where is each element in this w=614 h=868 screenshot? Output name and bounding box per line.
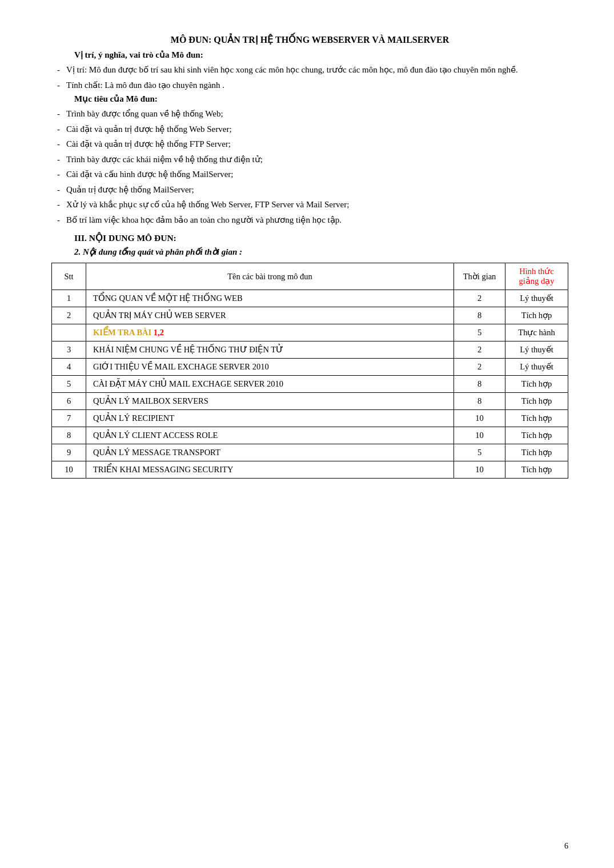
muc-tieu-item-2: Cài đặt và quản trị được hệ thống Web Se… <box>57 123 568 136</box>
page-title: MÔ ĐUN: QUẢN TRỊ HỆ THỐNG WEBSERVER VÀ M… <box>51 34 568 45</box>
col-stt: Stt <box>52 263 86 290</box>
muc-tieu-item-6: Quản trị được hệ thống MailServer; <box>57 183 568 196</box>
cell-ten: QUẢN LÝ MAILBOX SERVERS <box>86 393 454 410</box>
cell-hinhthuc: Tích hợp <box>505 376 568 393</box>
cell-stt: 4 <box>52 359 86 376</box>
cell-thoigian: 2 <box>454 341 505 359</box>
cell-stt: 7 <box>52 410 86 427</box>
cell-hinhthuc: Tích hợp <box>505 307 568 324</box>
course-table: Stt Tên các bài trong mô đun Thời gian H… <box>51 263 568 479</box>
col-ten: Tên các bài trong mô đun <box>86 263 454 290</box>
cell-stt <box>52 324 86 341</box>
content-section-label: 2. Nội dung tổng quát và phân phối thời … <box>74 247 568 257</box>
cell-stt: 2 <box>52 307 86 324</box>
cell-hinhthuc: Thực hành <box>505 324 568 341</box>
cell-stt: 9 <box>52 444 86 461</box>
cell-ten: QUẢN LÝ MESSAGE TRANSPORT <box>86 444 454 461</box>
cell-ten: GIỚI THIỆU VỀ MAIL EXCHAGE SERVER 2010 <box>86 359 454 376</box>
cell-thoigian: 8 <box>454 376 505 393</box>
cell-ten: TRIỂN KHAI MESSAGING SECURITY <box>86 461 454 479</box>
vi-tri-item-2: Tính chất: Là mô đun đào tạo chuyên ngàn… <box>57 79 568 92</box>
cell-stt: 3 <box>52 341 86 359</box>
muc-tieu-item-8: Bố trí làm việc khoa học đảm bảo an toàn… <box>57 214 568 227</box>
cell-hinhthuc: Tích hợp <box>505 393 568 410</box>
cell-hinhthuc: Tích hợp <box>505 427 568 444</box>
table-row: 2QUẢN TRỊ MÁY CHỦ WEB SERVER8Tích hợp <box>52 307 568 324</box>
muc-tieu-item-1: Trình bày được tổng quan về hệ thống Web… <box>57 107 568 120</box>
cell-ten: KIỂM TRA BÀI 1,2 <box>86 324 454 341</box>
vi-tri-list: Vị trí: Mô đun được bố trí sau khi sinh … <box>57 63 568 91</box>
table-row: 3KHÁI NIỆM CHUNG VỀ HỆ THỐNG THƯ ĐIỆN TỬ… <box>52 341 568 359</box>
page-number: 6 <box>564 842 568 851</box>
muc-tieu-list: Trình bày được tổng quan về hệ thống Web… <box>57 107 568 226</box>
muc-tieu-item-3: Cài đặt và quản trị được hệ thống FTP Se… <box>57 138 568 151</box>
cell-ten: QUẢN LÝ CLIENT ACCESS ROLE <box>86 427 454 444</box>
table-row: 8QUẢN LÝ CLIENT ACCESS ROLE10Tích hợp <box>52 427 568 444</box>
vi-tri-item-1: Vị trí: Mô đun được bố trí sau khi sinh … <box>57 63 568 77</box>
cell-thoigian: 10 <box>454 427 505 444</box>
muc-tieu-item-4: Trình bày được các khái niệm về hệ thống… <box>57 153 568 166</box>
cell-thoigian: 5 <box>454 444 505 461</box>
table-header-row: Stt Tên các bài trong mô đun Thời gian H… <box>52 263 568 290</box>
table-row: 7QUẢN LÝ RECIPIENT10Tích hợp <box>52 410 568 427</box>
table-body: 1TỔNG QUAN VỀ MỘT HỆ THỐNG WEB2Lý thuyết… <box>52 290 568 479</box>
cell-thoigian: 8 <box>454 307 505 324</box>
cell-thoigian: 5 <box>454 324 505 341</box>
cell-stt: 10 <box>52 461 86 479</box>
muc-tieu-title: Mục tiêu của Mô đun: <box>74 94 568 104</box>
cell-stt: 6 <box>52 393 86 410</box>
cell-hinhthuc: Tích hợp <box>505 461 568 479</box>
cell-thoigian: 8 <box>454 393 505 410</box>
table-row: 4GIỚI THIỆU VỀ MAIL EXCHAGE SERVER 20102… <box>52 359 568 376</box>
cell-ten: TỔNG QUAN VỀ MỘT HỆ THỐNG WEB <box>86 290 454 307</box>
muc-tieu-item-7: Xử lý và khắc phục sự cố của hệ thống We… <box>57 198 568 211</box>
cell-hinhthuc: Lý thuyết <box>505 359 568 376</box>
cell-hinhthuc: Lý thuyết <box>505 290 568 307</box>
table-row: 5CÀI ĐẶT MÁY CHỦ MAIL EXCHAGE SERVER 201… <box>52 376 568 393</box>
cell-ten: CÀI ĐẶT MÁY CHỦ MAIL EXCHAGE SERVER 2010 <box>86 376 454 393</box>
cell-ten: KHÁI NIỆM CHUNG VỀ HỆ THỐNG THƯ ĐIỆN TỬ <box>86 341 454 359</box>
cell-thoigian: 2 <box>454 290 505 307</box>
cell-hinhthuc: Tích hợp <box>505 444 568 461</box>
cell-stt: 8 <box>52 427 86 444</box>
cell-thoigian: 10 <box>454 461 505 479</box>
cell-thoigian: 10 <box>454 410 505 427</box>
vi-tri-title: Vị trí, ý nghĩa, vai trò của Mô đun: <box>74 50 568 60</box>
cell-thoigian: 2 <box>454 359 505 376</box>
table-row: 6QUẢN LÝ MAILBOX SERVERS8Tích hợp <box>52 393 568 410</box>
cell-hinhthuc: Lý thuyết <box>505 341 568 359</box>
col-hinhthuc: Hình thức giảng dạy <box>505 263 568 290</box>
col-thoigian: Thời gian <box>454 263 505 290</box>
cell-ten: QUẢN LÝ RECIPIENT <box>86 410 454 427</box>
cell-hinhthuc: Tích hợp <box>505 410 568 427</box>
table-row: 9QUẢN LÝ MESSAGE TRANSPORT5Tích hợp <box>52 444 568 461</box>
table-row: 1TỔNG QUAN VỀ MỘT HỆ THỐNG WEB2Lý thuyết <box>52 290 568 307</box>
cell-stt: 5 <box>52 376 86 393</box>
cell-ten: QUẢN TRỊ MÁY CHỦ WEB SERVER <box>86 307 454 324</box>
table-row: 10TRIỂN KHAI MESSAGING SECURITY10Tích hợ… <box>52 461 568 479</box>
table-row: KIỂM TRA BÀI 1,25Thực hành <box>52 324 568 341</box>
cell-stt: 1 <box>52 290 86 307</box>
noi-dung-title: III. NỘI DUNG MÔ ĐUN: <box>74 233 568 243</box>
muc-tieu-item-5: Cài đặt và cấu hình được hệ thống MailSe… <box>57 168 568 181</box>
